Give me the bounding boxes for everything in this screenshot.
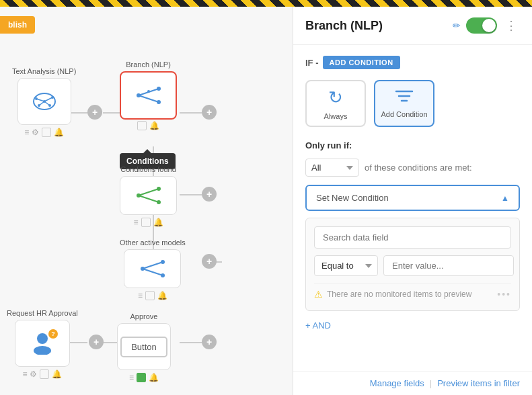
svg-point-21: [43, 100, 46, 103]
branch-bell-icon[interactable]: 🔔: [149, 121, 159, 130]
svg-line-36: [143, 262, 163, 269]
branch-nlp-node[interactable]: Branch (NLP) 🔔: [120, 60, 177, 130]
request-hr-box[interactable]: ?: [15, 320, 70, 367]
connector-plus-5[interactable]: +: [89, 335, 104, 349]
connector-plus-2[interactable]: +: [202, 105, 217, 120]
all-select[interactable]: All Any None: [305, 159, 359, 177]
other-active-node[interactable]: Other active models ≡ 🔔: [120, 238, 186, 300]
edit-icon[interactable]: ✏: [453, 20, 461, 31]
approve-box[interactable]: Button: [117, 323, 171, 370]
bell-icon[interactable]: 🔔: [54, 128, 64, 137]
connector-plus-4[interactable]: +: [202, 254, 217, 269]
set-new-condition-dropdown[interactable]: Set New Condition ▲: [305, 185, 520, 211]
add-condition-card[interactable]: Add Condition: [374, 80, 434, 127]
preview-text: There are no monitored items to preview: [327, 290, 493, 299]
ap-list-icon[interactable]: ≡: [129, 373, 134, 382]
svg-line-31: [139, 189, 159, 195]
conditions-branch-icon: [132, 183, 165, 208]
request-hr-label: Request HR Approval: [7, 309, 78, 317]
more-options-button[interactable]: ⋮: [502, 18, 520, 33]
publish-button[interactable]: blish: [0, 16, 35, 34]
toggle-switch[interactable]: [466, 17, 497, 34]
svg-line-26: [139, 95, 159, 102]
warning-stripe: [0, 0, 532, 7]
branch-nlp-label: Branch (NLP): [126, 60, 171, 69]
always-label: Always: [324, 112, 348, 120]
set-new-condition-text: Set New Condition: [316, 193, 389, 203]
request-hr-node[interactable]: Request HR Approval ? ≡ ⚙ 🔔: [7, 309, 78, 379]
panel-title: Branch (NLP): [305, 19, 447, 33]
svg-line-37: [143, 269, 163, 275]
oa-bell-icon[interactable]: 🔔: [157, 291, 167, 300]
text-analysis-box[interactable]: [17, 78, 71, 125]
manage-fields-link[interactable]: Manage fields: [370, 378, 424, 388]
condition-value-row: Equal to Not equal to Contains Greater t…: [314, 255, 511, 276]
oa-list-icon[interactable]: ≡: [138, 291, 143, 300]
svg-line-32: [139, 195, 159, 202]
conditions-found-box[interactable]: [120, 176, 177, 215]
svg-point-18: [51, 96, 54, 99]
preview-items-link[interactable]: Preview items in filter: [437, 378, 520, 388]
branch-controls: 🔔: [137, 121, 159, 130]
footer-divider: |: [430, 378, 432, 388]
approve-node[interactable]: Approve Button ≡ 🔔: [117, 312, 171, 382]
search-data-field-input[interactable]: [314, 226, 511, 249]
oa-checkbox[interactable]: [145, 291, 155, 300]
hr-checkbox[interactable]: [40, 369, 49, 379]
svg-point-38: [37, 333, 48, 344]
svg-point-39: [34, 346, 51, 355]
add-condition-button[interactable]: ADD CONDITION: [323, 56, 400, 69]
other-active-label: Other active models: [120, 238, 186, 247]
connector-plus-6[interactable]: +: [202, 335, 217, 349]
panel-header: Branch (NLP) ✏ ⋮: [293, 7, 532, 45]
always-card[interactable]: ↻ Always: [305, 80, 366, 127]
cf-list-icon[interactable]: ≡: [133, 218, 138, 227]
text-analysis-label: Text Analysis (NLP): [12, 67, 76, 75]
question-badge: ?: [48, 329, 58, 339]
other-active-box[interactable]: [124, 249, 181, 288]
and-button[interactable]: + AND: [305, 318, 331, 333]
preview-row: ⚠ There are no monitored items to previe…: [314, 283, 511, 302]
hr-controls: ≡ ⚙ 🔔: [22, 369, 62, 379]
ap-bell-icon[interactable]: 🔔: [149, 373, 159, 382]
filter-icon: [395, 89, 414, 103]
svg-point-19: [48, 104, 51, 107]
panel-footer: Manage fields | Preview items in filter: [293, 371, 532, 395]
add-condition-card-label: Add Condition: [381, 110, 427, 118]
cf-bell-icon[interactable]: 🔔: [153, 218, 163, 227]
all-row: All Any None of these conditions are met…: [305, 159, 520, 177]
condition-expanded-panel: Equal to Not equal to Contains Greater t…: [305, 218, 520, 311]
hr-bell-icon[interactable]: 🔔: [52, 369, 62, 379]
conditions-found-node[interactable]: ≡ 🔔: [120, 176, 177, 227]
text-analysis-node[interactable]: Text Analysis (NLP) ≡ ⚙: [12, 67, 76, 137]
branch-nlp-box[interactable]: [120, 71, 177, 120]
other-branch-icon: [136, 257, 169, 281]
cf-checkbox[interactable]: [141, 218, 151, 227]
text-analysis-checkbox[interactable]: [42, 128, 51, 137]
connector-plus-3[interactable]: +: [202, 187, 217, 202]
more-dots-button[interactable]: •••: [497, 289, 511, 300]
ap-checkbox[interactable]: [137, 373, 146, 382]
only-run-if-title: Only run if:: [305, 140, 520, 150]
approve-label: Approve: [130, 312, 158, 320]
equal-to-select[interactable]: Equal to Not equal to Contains Greater t…: [314, 255, 378, 276]
flow-canvas: blish Text Analysis (NL: [0, 7, 293, 395]
toggle-wrap: [466, 17, 497, 34]
svg-point-27: [147, 90, 150, 93]
other-active-controls: ≡ 🔔: [138, 291, 167, 300]
gear-icon[interactable]: ⚙: [32, 128, 39, 137]
list-icon[interactable]: ≡: [24, 128, 29, 137]
hr-gear-icon[interactable]: ⚙: [30, 369, 37, 379]
if-label: IF -: [305, 58, 319, 68]
svg-point-20: [38, 104, 40, 107]
connector-plus-1[interactable]: +: [87, 105, 102, 120]
svg-line-14: [44, 97, 52, 101]
hr-list-icon[interactable]: ≡: [22, 369, 27, 379]
add-condition-icon: [395, 89, 414, 106]
enter-value-input[interactable]: [383, 255, 514, 276]
conditions-met-text: of these conditions are met:: [365, 163, 472, 173]
approve-controls: ≡ 🔔: [129, 373, 159, 382]
branch-checkbox[interactable]: [137, 121, 147, 130]
if-row: IF - ADD CONDITION: [305, 56, 520, 69]
warning-icon: ⚠: [314, 289, 323, 300]
